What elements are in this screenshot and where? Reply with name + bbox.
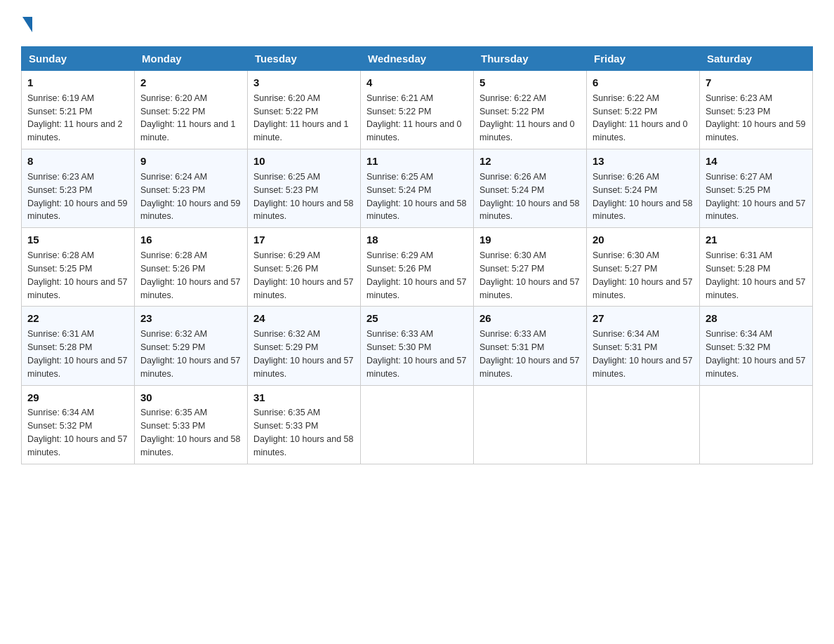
day-info: Sunrise: 6:23 AMSunset: 5:23 PMDaylight:… (27, 172, 127, 222)
col-header-wednesday: Wednesday (361, 47, 474, 71)
calendar-day-cell: 25 Sunrise: 6:33 AMSunset: 5:30 PMDaylig… (361, 307, 474, 385)
col-header-thursday: Thursday (474, 47, 587, 71)
day-info: Sunrise: 6:34 AMSunset: 5:31 PMDaylight:… (593, 329, 692, 379)
logo-top (21, 14, 32, 32)
calendar-week-row: 29 Sunrise: 6:34 AMSunset: 5:32 PMDaylig… (22, 385, 813, 464)
day-number: 27 (593, 311, 694, 326)
day-info: Sunrise: 6:26 AMSunset: 5:24 PMDaylight:… (479, 172, 579, 222)
day-number: 21 (706, 232, 807, 248)
day-info: Sunrise: 6:34 AMSunset: 5:32 PMDaylight:… (706, 329, 805, 379)
day-info: Sunrise: 6:35 AMSunset: 5:33 PMDaylight:… (140, 408, 240, 457)
day-number: 10 (253, 154, 355, 169)
day-number: 20 (593, 232, 694, 248)
calendar-day-cell: 10 Sunrise: 6:25 AMSunset: 5:23 PMDaylig… (248, 149, 361, 228)
day-number: 29 (27, 390, 128, 405)
col-header-monday: Monday (135, 47, 248, 71)
day-info: Sunrise: 6:24 AMSunset: 5:23 PMDaylight:… (140, 172, 240, 222)
calendar-week-row: 15 Sunrise: 6:28 AMSunset: 5:25 PMDaylig… (22, 228, 813, 307)
calendar-day-cell: 18 Sunrise: 6:29 AMSunset: 5:26 PMDaylig… (361, 228, 474, 307)
calendar-day-cell: 20 Sunrise: 6:30 AMSunset: 5:27 PMDaylig… (587, 228, 700, 307)
day-info: Sunrise: 6:35 AMSunset: 5:33 PMDaylight:… (253, 408, 353, 457)
day-number: 15 (27, 232, 128, 248)
calendar-day-cell: 16 Sunrise: 6:28 AMSunset: 5:26 PMDaylig… (135, 228, 248, 307)
calendar-day-cell: 8 Sunrise: 6:23 AMSunset: 5:23 PMDayligh… (22, 149, 135, 228)
day-info: Sunrise: 6:20 AMSunset: 5:22 PMDaylight:… (253, 93, 349, 143)
calendar-day-cell (361, 385, 474, 464)
calendar-day-cell: 2 Sunrise: 6:20 AMSunset: 5:22 PMDayligh… (135, 71, 248, 149)
col-header-saturday: Saturday (700, 47, 813, 71)
day-info: Sunrise: 6:27 AMSunset: 5:25 PMDaylight:… (706, 172, 805, 222)
calendar-day-cell: 23 Sunrise: 6:32 AMSunset: 5:29 PMDaylig… (135, 307, 248, 385)
day-number: 6 (593, 75, 694, 90)
calendar-day-cell: 31 Sunrise: 6:35 AMSunset: 5:33 PMDaylig… (248, 385, 361, 464)
calendar-day-cell: 27 Sunrise: 6:34 AMSunset: 5:31 PMDaylig… (587, 307, 700, 385)
calendar-day-cell: 19 Sunrise: 6:30 AMSunset: 5:27 PMDaylig… (474, 228, 587, 307)
day-info: Sunrise: 6:32 AMSunset: 5:29 PMDaylight:… (140, 329, 240, 379)
calendar-week-row: 8 Sunrise: 6:23 AMSunset: 5:23 PMDayligh… (22, 149, 813, 228)
day-info: Sunrise: 6:26 AMSunset: 5:24 PMDaylight:… (593, 172, 692, 222)
calendar-week-row: 1 Sunrise: 6:19 AMSunset: 5:21 PMDayligh… (22, 71, 813, 149)
calendar-day-cell: 9 Sunrise: 6:24 AMSunset: 5:23 PMDayligh… (135, 149, 248, 228)
calendar-day-cell: 4 Sunrise: 6:21 AMSunset: 5:22 PMDayligh… (361, 71, 474, 149)
day-number: 23 (140, 311, 241, 326)
day-info: Sunrise: 6:29 AMSunset: 5:26 PMDaylight:… (366, 250, 466, 300)
day-number: 18 (366, 232, 468, 248)
day-number: 12 (479, 154, 581, 169)
day-number: 5 (479, 75, 581, 90)
day-info: Sunrise: 6:20 AMSunset: 5:22 PMDaylight:… (140, 93, 236, 143)
day-number: 8 (27, 154, 128, 169)
day-number: 14 (706, 154, 807, 169)
col-header-friday: Friday (587, 47, 700, 71)
day-info: Sunrise: 6:30 AMSunset: 5:27 PMDaylight:… (593, 250, 692, 300)
calendar-day-cell: 5 Sunrise: 6:22 AMSunset: 5:22 PMDayligh… (474, 71, 587, 149)
day-number: 16 (140, 232, 241, 248)
page-header (21, 14, 813, 32)
day-number: 4 (366, 75, 468, 90)
calendar-day-cell: 24 Sunrise: 6:32 AMSunset: 5:29 PMDaylig… (248, 307, 361, 385)
day-info: Sunrise: 6:32 AMSunset: 5:29 PMDaylight:… (253, 329, 353, 379)
calendar-day-cell: 15 Sunrise: 6:28 AMSunset: 5:25 PMDaylig… (22, 228, 135, 307)
day-info: Sunrise: 6:34 AMSunset: 5:32 PMDaylight:… (27, 408, 127, 457)
day-info: Sunrise: 6:25 AMSunset: 5:24 PMDaylight:… (366, 172, 466, 222)
day-number: 25 (366, 311, 468, 326)
calendar-day-cell: 28 Sunrise: 6:34 AMSunset: 5:32 PMDaylig… (700, 307, 813, 385)
calendar-day-cell: 21 Sunrise: 6:31 AMSunset: 5:28 PMDaylig… (700, 228, 813, 307)
day-info: Sunrise: 6:21 AMSunset: 5:22 PMDaylight:… (366, 93, 462, 143)
calendar-header-row: SundayMondayTuesdayWednesdayThursdayFrid… (22, 47, 813, 71)
day-info: Sunrise: 6:22 AMSunset: 5:22 PMDaylight:… (593, 93, 688, 143)
day-info: Sunrise: 6:33 AMSunset: 5:30 PMDaylight:… (366, 329, 466, 379)
day-number: 17 (253, 232, 355, 248)
day-info: Sunrise: 6:28 AMSunset: 5:25 PMDaylight:… (27, 250, 127, 300)
col-header-tuesday: Tuesday (248, 47, 361, 71)
day-number: 28 (706, 311, 807, 326)
day-info: Sunrise: 6:30 AMSunset: 5:27 PMDaylight:… (479, 250, 579, 300)
day-number: 31 (253, 390, 355, 405)
day-info: Sunrise: 6:23 AMSunset: 5:23 PMDaylight:… (706, 93, 805, 143)
calendar-day-cell (587, 385, 700, 464)
day-info: Sunrise: 6:25 AMSunset: 5:23 PMDaylight:… (253, 172, 353, 222)
day-number: 24 (253, 311, 355, 326)
calendar-day-cell (700, 385, 813, 464)
calendar-day-cell: 17 Sunrise: 6:29 AMSunset: 5:26 PMDaylig… (248, 228, 361, 307)
calendar-day-cell: 14 Sunrise: 6:27 AMSunset: 5:25 PMDaylig… (700, 149, 813, 228)
day-number: 1 (27, 75, 128, 90)
calendar-day-cell: 7 Sunrise: 6:23 AMSunset: 5:23 PMDayligh… (700, 71, 813, 149)
calendar-table: SundayMondayTuesdayWednesdayThursdayFrid… (21, 46, 813, 464)
calendar-day-cell: 30 Sunrise: 6:35 AMSunset: 5:33 PMDaylig… (135, 385, 248, 464)
calendar-day-cell (474, 385, 587, 464)
calendar-day-cell: 11 Sunrise: 6:25 AMSunset: 5:24 PMDaylig… (361, 149, 474, 228)
day-info: Sunrise: 6:33 AMSunset: 5:31 PMDaylight:… (479, 329, 579, 379)
calendar-day-cell: 29 Sunrise: 6:34 AMSunset: 5:32 PMDaylig… (22, 385, 135, 464)
calendar-day-cell: 26 Sunrise: 6:33 AMSunset: 5:31 PMDaylig… (474, 307, 587, 385)
day-info: Sunrise: 6:31 AMSunset: 5:28 PMDaylight:… (706, 250, 805, 300)
day-info: Sunrise: 6:28 AMSunset: 5:26 PMDaylight:… (140, 250, 240, 300)
day-info: Sunrise: 6:22 AMSunset: 5:22 PMDaylight:… (479, 93, 575, 143)
day-number: 13 (593, 154, 694, 169)
calendar-day-cell: 6 Sunrise: 6:22 AMSunset: 5:22 PMDayligh… (587, 71, 700, 149)
calendar-day-cell: 1 Sunrise: 6:19 AMSunset: 5:21 PMDayligh… (22, 71, 135, 149)
day-info: Sunrise: 6:29 AMSunset: 5:26 PMDaylight:… (253, 250, 353, 300)
day-info: Sunrise: 6:31 AMSunset: 5:28 PMDaylight:… (27, 329, 127, 379)
logo (21, 14, 32, 32)
day-number: 11 (366, 154, 468, 169)
day-number: 30 (140, 390, 241, 405)
